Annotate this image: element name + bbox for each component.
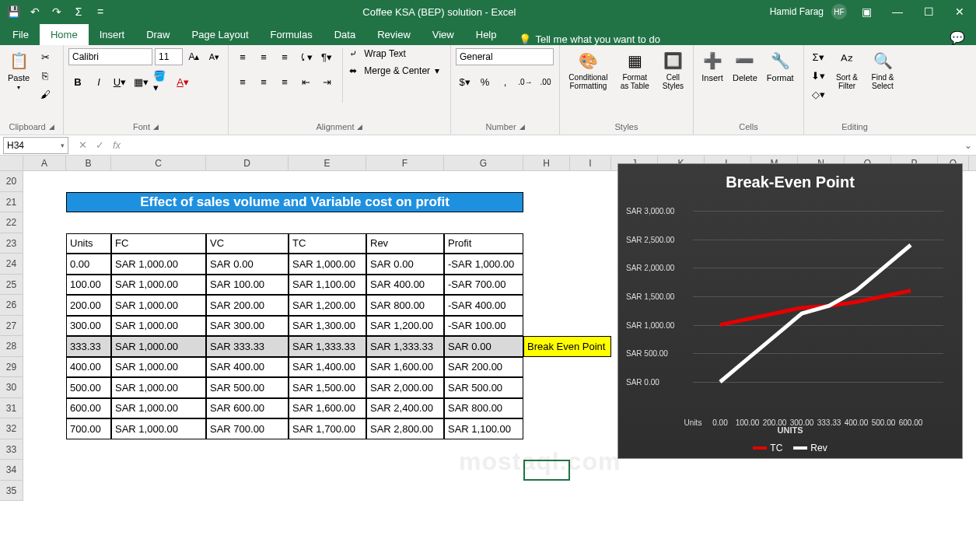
- table-cell[interactable]: 200.00: [66, 295, 111, 316]
- orientation-icon[interactable]: ⤹▾: [296, 48, 315, 65]
- table-cell[interactable]: SAR 100.00: [206, 275, 289, 296]
- dialog-launcher-icon[interactable]: ◢: [519, 123, 525, 131]
- cut-icon[interactable]: ✂: [36, 48, 54, 65]
- share-icon[interactable]: 💬: [939, 30, 976, 45]
- tab-draw[interactable]: Draw: [135, 24, 180, 45]
- table-cell[interactable]: 333.33: [66, 336, 111, 357]
- table-cell[interactable]: SAR 0.00: [206, 254, 289, 275]
- table-cell[interactable]: 700.00: [66, 418, 111, 439]
- table-cell[interactable]: SAR 1,000.00: [111, 316, 206, 337]
- tab-page-layout[interactable]: Page Layout: [181, 24, 260, 45]
- table-cell[interactable]: -SAR 100.00: [444, 316, 523, 337]
- table-header[interactable]: VC: [206, 233, 289, 254]
- table-header[interactable]: FC: [111, 233, 206, 254]
- number-format-select[interactable]: [456, 48, 554, 65]
- close-icon[interactable]: ✕: [948, 2, 971, 21]
- fx-icon[interactable]: fx: [109, 139, 124, 151]
- format-painter-icon[interactable]: 🖌: [36, 86, 54, 103]
- percent-format-icon[interactable]: %: [476, 73, 494, 90]
- table-cell[interactable]: SAR 700.00: [206, 418, 289, 439]
- row-header[interactable]: 33: [0, 439, 23, 460]
- insert-cells-button[interactable]: ➕Insert: [698, 48, 726, 84]
- column-header[interactable]: F: [366, 156, 444, 170]
- redo-icon[interactable]: ↷: [48, 3, 65, 20]
- tell-me-search[interactable]: 💡 Tell me what you want to do: [508, 33, 660, 45]
- sheet-title[interactable]: Effect of sales volume and Variable cost…: [66, 192, 523, 213]
- table-cell[interactable]: SAR 200.00: [206, 295, 289, 316]
- table-cell[interactable]: -SAR 1,000.00: [444, 254, 523, 275]
- row-header[interactable]: 32: [0, 418, 23, 439]
- increase-indent-icon[interactable]: ⇥: [317, 73, 336, 90]
- column-header[interactable]: A: [23, 156, 66, 170]
- table-cell[interactable]: SAR 300.00: [206, 316, 289, 337]
- column-header[interactable]: C: [111, 156, 206, 170]
- underline-icon[interactable]: U▾: [110, 73, 129, 90]
- row-header[interactable]: 35: [0, 481, 23, 502]
- increase-decimal-icon[interactable]: .0→: [516, 73, 534, 90]
- tab-home[interactable]: Home: [40, 24, 89, 45]
- column-header[interactable]: E: [289, 156, 366, 170]
- table-header[interactable]: TC: [289, 233, 366, 254]
- table-cell[interactable]: SAR 500.00: [444, 377, 523, 398]
- formula-input[interactable]: [128, 137, 960, 154]
- borders-icon[interactable]: ▦▾: [131, 73, 150, 90]
- conditional-formatting-button[interactable]: 🎨Conditional Formatting: [565, 48, 612, 92]
- table-cell[interactable]: 100.00: [66, 275, 111, 296]
- clear-icon[interactable]: ◇▾: [809, 86, 827, 103]
- row-header[interactable]: 20: [0, 171, 23, 192]
- copy-icon[interactable]: ⎘: [36, 67, 54, 84]
- break-even-chart[interactable]: Break-Even Point SAR 0.00SAR 500.00SAR 1…: [617, 163, 963, 459]
- table-cell[interactable]: SAR 1,400.00: [289, 357, 366, 378]
- table-cell[interactable]: 600.00: [66, 398, 111, 419]
- text-direction-icon[interactable]: ¶▾: [317, 48, 336, 65]
- italic-icon[interactable]: I: [89, 73, 108, 90]
- table-cell[interactable]: SAR 1,000.00: [111, 295, 206, 316]
- decrease-decimal-icon[interactable]: .00: [537, 73, 554, 90]
- break-even-label[interactable]: Break Even Point: [523, 336, 611, 357]
- table-cell[interactable]: SAR 800.00: [444, 398, 523, 419]
- row-header[interactable]: 25: [0, 275, 23, 296]
- align-right-icon[interactable]: ≡: [275, 73, 294, 90]
- column-header[interactable]: D: [206, 156, 289, 170]
- row-header[interactable]: 30: [0, 377, 23, 398]
- comma-format-icon[interactable]: ,: [496, 73, 514, 90]
- align-left-icon[interactable]: ≡: [233, 73, 252, 90]
- tab-help[interactable]: Help: [465, 24, 508, 45]
- table-cell[interactable]: SAR 1,300.00: [289, 316, 366, 337]
- table-cell[interactable]: 400.00: [66, 357, 111, 378]
- table-cell[interactable]: SAR 0.00: [366, 254, 444, 275]
- table-cell[interactable]: SAR 333.33: [206, 336, 289, 357]
- row-header[interactable]: 26: [0, 295, 23, 316]
- sort-filter-button[interactable]: ᴬᶻSort & Filter: [831, 48, 863, 92]
- font-size-select[interactable]: [155, 48, 183, 65]
- tab-data[interactable]: Data: [324, 24, 366, 45]
- table-cell[interactable]: -SAR 400.00: [444, 295, 523, 316]
- align-center-icon[interactable]: ≡: [254, 73, 273, 90]
- align-middle-icon[interactable]: ≡: [254, 48, 273, 65]
- tab-review[interactable]: Review: [366, 24, 422, 45]
- accounting-format-icon[interactable]: $▾: [456, 73, 474, 90]
- font-name-select[interactable]: [68, 48, 152, 65]
- merge-center-button[interactable]: ⬌ Merge & Center ▾: [349, 65, 439, 76]
- table-header[interactable]: Profit: [444, 233, 523, 254]
- table-cell[interactable]: SAR 1,600.00: [366, 357, 444, 378]
- row-header[interactable]: 27: [0, 316, 23, 337]
- table-header[interactable]: Units: [66, 233, 111, 254]
- decrease-font-icon[interactable]: A▾: [205, 48, 223, 65]
- find-select-button[interactable]: 🔍Find & Select: [866, 48, 899, 92]
- column-header[interactable]: H: [523, 156, 570, 170]
- cancel-formula-icon[interactable]: ✕: [75, 139, 90, 151]
- table-cell[interactable]: SAR 400.00: [366, 275, 444, 296]
- paste-button[interactable]: 📋 Paste ▾: [5, 48, 33, 93]
- tab-file[interactable]: File: [2, 24, 40, 45]
- undo-icon[interactable]: ↶: [26, 3, 44, 20]
- fill-color-icon[interactable]: 🪣▾: [152, 73, 171, 90]
- row-header[interactable]: 24: [0, 254, 23, 275]
- align-bottom-icon[interactable]: ≡: [275, 48, 294, 65]
- table-cell[interactable]: SAR 0.00: [444, 336, 523, 357]
- cell-styles-button[interactable]: 🔲Cell Styles: [658, 48, 688, 92]
- table-header[interactable]: Rev: [366, 233, 444, 254]
- fill-icon[interactable]: ⬇▾: [809, 67, 827, 84]
- decrease-indent-icon[interactable]: ⇤: [296, 73, 315, 90]
- table-cell[interactable]: SAR 1,000.00: [111, 398, 206, 419]
